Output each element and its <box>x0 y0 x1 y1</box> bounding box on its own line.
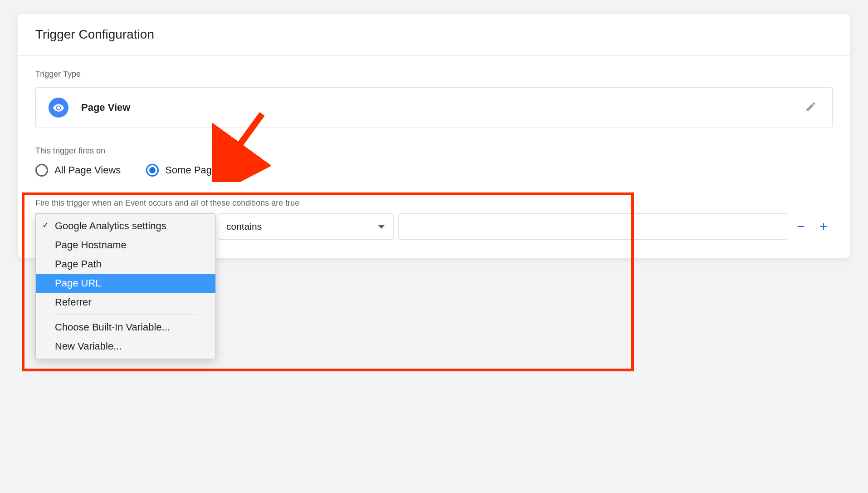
fires-on-radio-group: All Page Views Some Page Views <box>35 164 833 177</box>
radio-all-page-views[interactable]: All Page Views <box>35 164 121 177</box>
variable-dropdown: Google Analytics settings Page Hostname … <box>35 213 216 359</box>
radio-some-page-views[interactable]: Some Page Views <box>146 164 246 177</box>
remove-condition-button[interactable]: − <box>792 217 810 236</box>
radio-label: Some Page Views <box>165 164 246 176</box>
dropdown-item-google-analytics-settings[interactable]: Google Analytics settings <box>36 217 215 236</box>
condition-row: contains − + Google Analytics settings P… <box>35 213 833 240</box>
operator-select[interactable]: contains <box>218 213 394 240</box>
dropdown-item-new-variable[interactable]: New Variable... <box>36 337 215 356</box>
page-title: Trigger Configuration <box>35 27 833 42</box>
edit-trigger-type-button[interactable] <box>802 98 819 117</box>
dropdown-item-page-hostname[interactable]: Page Hostname <box>36 236 215 255</box>
operator-select-value: contains <box>226 221 262 232</box>
dropdown-separator <box>55 315 196 315</box>
add-condition-button[interactable]: + <box>814 217 833 236</box>
card-body: Trigger Type Page View This trigger fire… <box>18 56 850 258</box>
trigger-type-name: Page View <box>81 102 130 113</box>
condition-label: Fire this trigger when an Event occurs a… <box>35 198 833 208</box>
dropdown-item-choose-builtin[interactable]: Choose Built-In Variable... <box>36 318 215 337</box>
dropdown-item-referrer[interactable]: Referrer <box>36 293 215 312</box>
dropdown-item-page-path[interactable]: Page Path <box>36 255 215 274</box>
fires-on-label: This trigger fires on <box>35 146 833 156</box>
radio-label: All Page Views <box>54 164 121 176</box>
card-header: Trigger Configuration <box>18 14 850 56</box>
trigger-type-selector[interactable]: Page View <box>35 87 833 128</box>
eye-icon <box>49 98 68 118</box>
condition-value-input[interactable] <box>398 213 787 240</box>
dropdown-item-page-url[interactable]: Page URL <box>36 274 215 293</box>
trigger-config-card: Trigger Configuration Trigger Type Page … <box>18 14 850 258</box>
chevron-down-icon <box>378 225 385 229</box>
radio-icon <box>146 164 159 177</box>
trigger-type-left: Page View <box>49 98 130 118</box>
trigger-type-label: Trigger Type <box>35 69 833 79</box>
radio-icon <box>35 164 48 177</box>
